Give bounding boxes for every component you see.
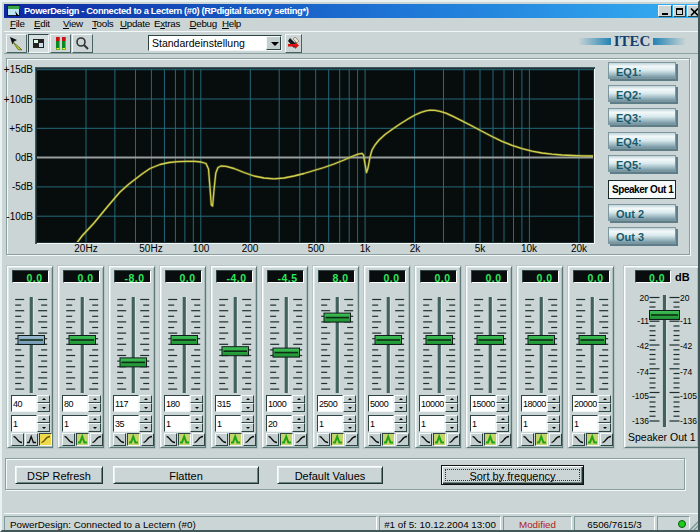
svg-text:-74: -74 (680, 366, 693, 376)
svg-text:0dB: 0dB (15, 152, 33, 163)
svg-text:-136: -136 (680, 416, 697, 426)
svg-text:5k: 5k (475, 243, 487, 254)
svg-text:-74: -74 (637, 366, 650, 376)
svg-text:20: 20 (640, 292, 650, 302)
svg-text:+10dB: +10dB (4, 94, 34, 105)
svg-text:20k: 20k (571, 243, 588, 254)
svg-text:50Hz: 50Hz (139, 243, 162, 254)
svg-text:100: 100 (193, 243, 210, 254)
svg-text:20: 20 (680, 292, 690, 302)
svg-text:1k: 1k (360, 243, 372, 254)
svg-text:+5dB: +5dB (9, 123, 33, 134)
svg-text:-10dB: -10dB (6, 211, 33, 222)
svg-text:-105: -105 (632, 391, 649, 401)
svg-text:-11: -11 (637, 315, 649, 325)
svg-text:-136: -136 (632, 416, 649, 426)
svg-text:-105: -105 (680, 391, 697, 401)
svg-text:-5dB: -5dB (12, 181, 33, 192)
svg-text:-11: -11 (680, 315, 692, 325)
svg-text:+15dB: +15dB (4, 64, 34, 75)
svg-text:-42: -42 (680, 341, 693, 351)
svg-text:200: 200 (242, 243, 259, 254)
svg-text:10k: 10k (521, 243, 538, 254)
svg-text:2k: 2k (410, 243, 422, 254)
svg-text:20Hz: 20Hz (74, 243, 97, 254)
svg-text:500: 500 (308, 243, 325, 254)
svg-text:-42: -42 (637, 341, 650, 351)
